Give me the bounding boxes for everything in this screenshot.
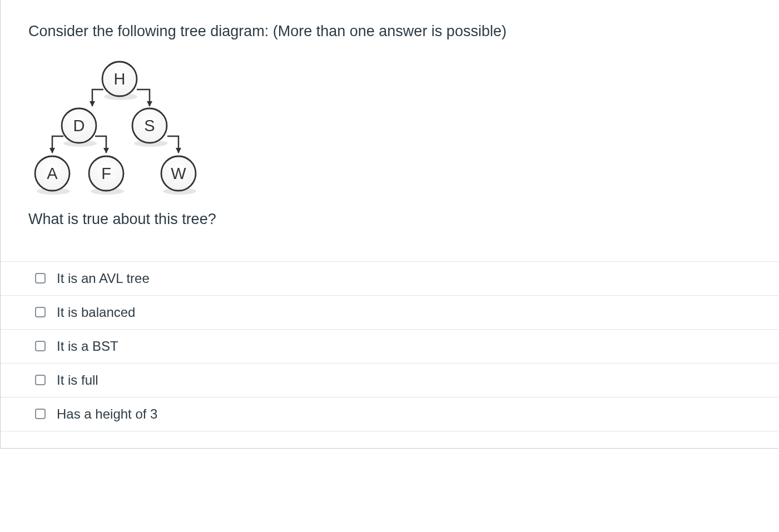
question-prompt: Consider the following tree diagram: (Mo… [28, 21, 751, 42]
question-card: Consider the following tree diagram: (Mo… [0, 0, 778, 449]
checkbox[interactable] [35, 341, 46, 351]
tree-node-left: D [62, 108, 96, 143]
checkbox[interactable] [35, 307, 46, 317]
answer-list: It is an AVL tree It is balanced It is a… [1, 261, 778, 431]
answer-label: Has a height of 3 [57, 406, 157, 422]
question-stem: Consider the following tree diagram: (Mo… [1, 17, 778, 230]
tree-node-left-left-label: A [47, 165, 58, 182]
tree-node-root: H [102, 62, 137, 96]
answer-label: It is balanced [57, 305, 135, 320]
answer-label: It is full [57, 372, 98, 388]
checkbox[interactable] [35, 409, 46, 419]
checkbox[interactable] [35, 273, 46, 284]
answer-option[interactable]: It is balanced [1, 295, 778, 329]
tree-node-left-label: D [73, 117, 85, 135]
tree-node-right: S [132, 108, 167, 143]
tree-node-right-label: S [144, 117, 155, 135]
question-followup: What is true about this tree? [28, 209, 751, 230]
tree-node-right-right: W [161, 156, 196, 191]
answer-option[interactable]: It is full [1, 363, 778, 397]
tree-diagram: H D S A F [28, 54, 206, 209]
tree-node-left-left: A [35, 156, 70, 191]
tree-node-left-right-label: F [101, 165, 111, 182]
tree-node-left-right: F [89, 156, 123, 191]
checkbox[interactable] [35, 375, 46, 385]
answer-option[interactable]: It is an AVL tree [1, 261, 778, 295]
answer-label: It is a BST [57, 339, 118, 354]
tree-node-right-right-label: W [171, 165, 186, 182]
answer-option[interactable]: Has a height of 3 [1, 397, 778, 431]
tree-node-root-label: H [114, 70, 126, 88]
answer-label: It is an AVL tree [57, 271, 150, 286]
answer-option[interactable]: It is a BST [1, 329, 778, 363]
